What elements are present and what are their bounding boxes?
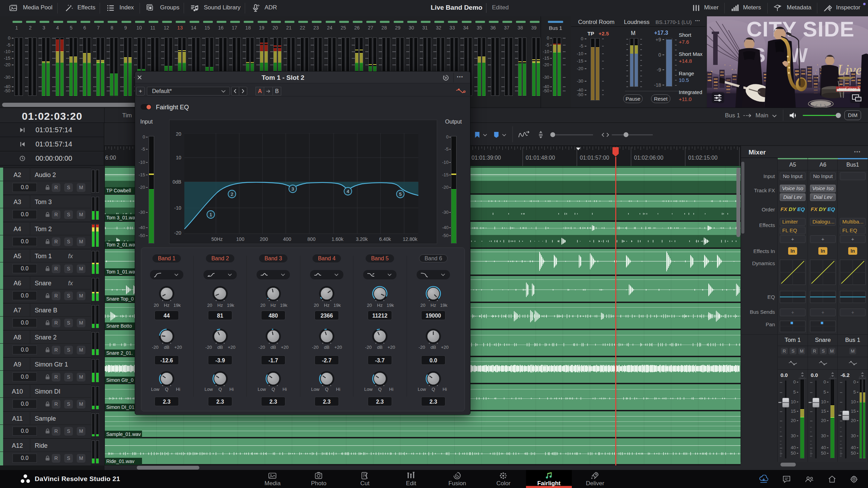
svg-text:4: 4 [347, 189, 349, 194]
svg-text:CITY SIDE: CITY SIDE [746, 17, 854, 41]
svg-text:5: 5 [399, 192, 401, 197]
svg-text:2: 2 [231, 192, 233, 197]
svg-text:nord stage 2: nord stage 2 [839, 87, 860, 91]
svg-text:3: 3 [291, 186, 294, 192]
svg-text:1: 1 [209, 212, 212, 217]
